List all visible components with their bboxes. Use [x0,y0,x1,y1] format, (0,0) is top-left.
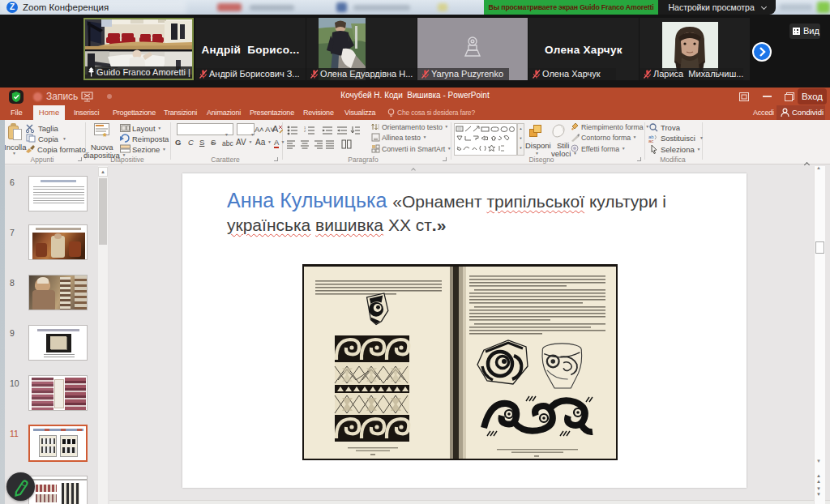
svg-text:A: A [272,124,279,134]
svg-text:ac: ac [648,139,653,143]
svg-text:2: 2 [304,129,306,133]
